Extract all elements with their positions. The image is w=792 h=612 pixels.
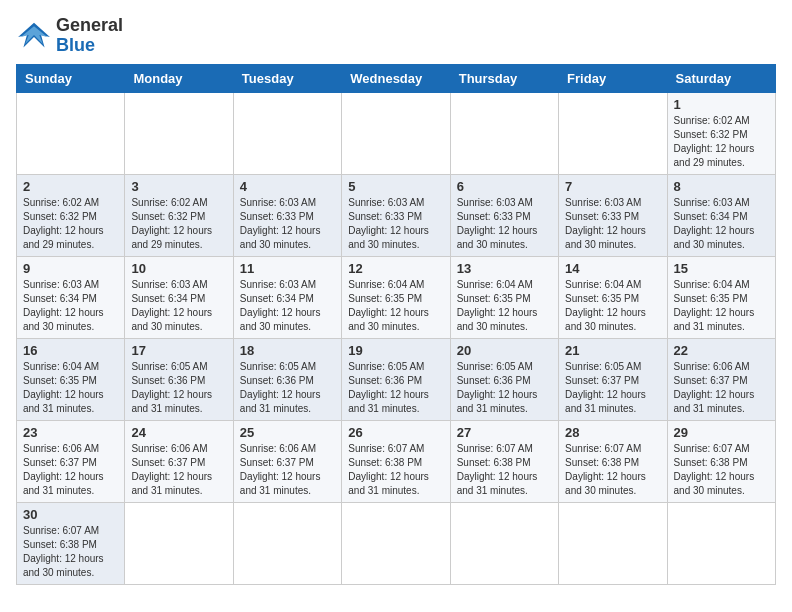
calendar-cell: 16Sunrise: 6:04 AMSunset: 6:35 PMDayligh…: [17, 338, 125, 420]
day-info: Sunrise: 6:03 AMSunset: 6:34 PMDaylight:…: [240, 278, 335, 334]
day-number: 29: [674, 425, 769, 440]
day-info: Sunrise: 6:02 AMSunset: 6:32 PMDaylight:…: [131, 196, 226, 252]
calendar-cell: 18Sunrise: 6:05 AMSunset: 6:36 PMDayligh…: [233, 338, 341, 420]
calendar-cell: 4Sunrise: 6:03 AMSunset: 6:33 PMDaylight…: [233, 174, 341, 256]
day-info: Sunrise: 6:04 AMSunset: 6:35 PMDaylight:…: [457, 278, 552, 334]
weekday-header-monday: Monday: [125, 64, 233, 92]
logo: General Blue: [16, 16, 123, 56]
day-number: 14: [565, 261, 660, 276]
day-info: Sunrise: 6:04 AMSunset: 6:35 PMDaylight:…: [23, 360, 118, 416]
day-number: 15: [674, 261, 769, 276]
day-info: Sunrise: 6:07 AMSunset: 6:38 PMDaylight:…: [457, 442, 552, 498]
day-info: Sunrise: 6:05 AMSunset: 6:36 PMDaylight:…: [131, 360, 226, 416]
weekday-header-tuesday: Tuesday: [233, 64, 341, 92]
day-number: 3: [131, 179, 226, 194]
calendar-cell: 30Sunrise: 6:07 AMSunset: 6:38 PMDayligh…: [17, 502, 125, 584]
day-info: Sunrise: 6:04 AMSunset: 6:35 PMDaylight:…: [565, 278, 660, 334]
day-number: 18: [240, 343, 335, 358]
day-number: 24: [131, 425, 226, 440]
day-number: 9: [23, 261, 118, 276]
day-number: 17: [131, 343, 226, 358]
day-number: 16: [23, 343, 118, 358]
day-info: Sunrise: 6:06 AMSunset: 6:37 PMDaylight:…: [131, 442, 226, 498]
calendar-cell: [342, 502, 450, 584]
calendar-header-row: SundayMondayTuesdayWednesdayThursdayFrid…: [17, 64, 776, 92]
calendar-week-row: 2Sunrise: 6:02 AMSunset: 6:32 PMDaylight…: [17, 174, 776, 256]
calendar-week-row: 30Sunrise: 6:07 AMSunset: 6:38 PMDayligh…: [17, 502, 776, 584]
day-info: Sunrise: 6:03 AMSunset: 6:33 PMDaylight:…: [565, 196, 660, 252]
day-number: 21: [565, 343, 660, 358]
day-info: Sunrise: 6:04 AMSunset: 6:35 PMDaylight:…: [348, 278, 443, 334]
day-info: Sunrise: 6:07 AMSunset: 6:38 PMDaylight:…: [23, 524, 118, 580]
day-info: Sunrise: 6:07 AMSunset: 6:38 PMDaylight:…: [565, 442, 660, 498]
day-number: 19: [348, 343, 443, 358]
calendar-cell: 25Sunrise: 6:06 AMSunset: 6:37 PMDayligh…: [233, 420, 341, 502]
calendar-table: SundayMondayTuesdayWednesdayThursdayFrid…: [16, 64, 776, 585]
calendar-cell: 20Sunrise: 6:05 AMSunset: 6:36 PMDayligh…: [450, 338, 558, 420]
calendar-cell: 29Sunrise: 6:07 AMSunset: 6:38 PMDayligh…: [667, 420, 775, 502]
day-number: 11: [240, 261, 335, 276]
calendar-cell: 28Sunrise: 6:07 AMSunset: 6:38 PMDayligh…: [559, 420, 667, 502]
day-number: 2: [23, 179, 118, 194]
calendar-cell: [233, 92, 341, 174]
calendar-cell: [450, 502, 558, 584]
day-number: 8: [674, 179, 769, 194]
weekday-header-friday: Friday: [559, 64, 667, 92]
day-number: 4: [240, 179, 335, 194]
day-number: 7: [565, 179, 660, 194]
calendar-cell: [559, 502, 667, 584]
day-info: Sunrise: 6:03 AMSunset: 6:34 PMDaylight:…: [674, 196, 769, 252]
day-number: 25: [240, 425, 335, 440]
day-info: Sunrise: 6:06 AMSunset: 6:37 PMDaylight:…: [23, 442, 118, 498]
calendar-cell: [559, 92, 667, 174]
calendar-cell: 10Sunrise: 6:03 AMSunset: 6:34 PMDayligh…: [125, 256, 233, 338]
calendar-week-row: 16Sunrise: 6:04 AMSunset: 6:35 PMDayligh…: [17, 338, 776, 420]
calendar-week-row: 23Sunrise: 6:06 AMSunset: 6:37 PMDayligh…: [17, 420, 776, 502]
day-number: 23: [23, 425, 118, 440]
day-number: 22: [674, 343, 769, 358]
calendar-cell: [342, 92, 450, 174]
calendar-cell: 12Sunrise: 6:04 AMSunset: 6:35 PMDayligh…: [342, 256, 450, 338]
calendar-cell: 7Sunrise: 6:03 AMSunset: 6:33 PMDaylight…: [559, 174, 667, 256]
day-info: Sunrise: 6:07 AMSunset: 6:38 PMDaylight:…: [674, 442, 769, 498]
weekday-header-thursday: Thursday: [450, 64, 558, 92]
day-number: 20: [457, 343, 552, 358]
calendar-cell: 3Sunrise: 6:02 AMSunset: 6:32 PMDaylight…: [125, 174, 233, 256]
day-info: Sunrise: 6:05 AMSunset: 6:36 PMDaylight:…: [457, 360, 552, 416]
calendar-cell: 27Sunrise: 6:07 AMSunset: 6:38 PMDayligh…: [450, 420, 558, 502]
calendar-week-row: 9Sunrise: 6:03 AMSunset: 6:34 PMDaylight…: [17, 256, 776, 338]
day-number: 10: [131, 261, 226, 276]
day-info: Sunrise: 6:06 AMSunset: 6:37 PMDaylight:…: [240, 442, 335, 498]
calendar-cell: 5Sunrise: 6:03 AMSunset: 6:33 PMDaylight…: [342, 174, 450, 256]
day-number: 27: [457, 425, 552, 440]
day-info: Sunrise: 6:03 AMSunset: 6:33 PMDaylight:…: [348, 196, 443, 252]
day-info: Sunrise: 6:03 AMSunset: 6:33 PMDaylight:…: [240, 196, 335, 252]
calendar-cell: 19Sunrise: 6:05 AMSunset: 6:36 PMDayligh…: [342, 338, 450, 420]
day-info: Sunrise: 6:03 AMSunset: 6:34 PMDaylight:…: [131, 278, 226, 334]
day-number: 5: [348, 179, 443, 194]
day-info: Sunrise: 6:05 AMSunset: 6:36 PMDaylight:…: [240, 360, 335, 416]
calendar-cell: [450, 92, 558, 174]
logo-text: General Blue: [56, 16, 123, 56]
day-number: 6: [457, 179, 552, 194]
calendar-cell: 17Sunrise: 6:05 AMSunset: 6:36 PMDayligh…: [125, 338, 233, 420]
day-number: 30: [23, 507, 118, 522]
calendar-cell: 15Sunrise: 6:04 AMSunset: 6:35 PMDayligh…: [667, 256, 775, 338]
weekday-header-saturday: Saturday: [667, 64, 775, 92]
calendar-cell: 1Sunrise: 6:02 AMSunset: 6:32 PMDaylight…: [667, 92, 775, 174]
calendar-cell: 6Sunrise: 6:03 AMSunset: 6:33 PMDaylight…: [450, 174, 558, 256]
calendar-cell: 26Sunrise: 6:07 AMSunset: 6:38 PMDayligh…: [342, 420, 450, 502]
day-info: Sunrise: 6:02 AMSunset: 6:32 PMDaylight:…: [23, 196, 118, 252]
calendar-cell: 24Sunrise: 6:06 AMSunset: 6:37 PMDayligh…: [125, 420, 233, 502]
calendar-cell: [233, 502, 341, 584]
calendar-cell: 22Sunrise: 6:06 AMSunset: 6:37 PMDayligh…: [667, 338, 775, 420]
day-info: Sunrise: 6:04 AMSunset: 6:35 PMDaylight:…: [674, 278, 769, 334]
calendar-cell: 21Sunrise: 6:05 AMSunset: 6:37 PMDayligh…: [559, 338, 667, 420]
calendar-cell: 2Sunrise: 6:02 AMSunset: 6:32 PMDaylight…: [17, 174, 125, 256]
day-info: Sunrise: 6:05 AMSunset: 6:36 PMDaylight:…: [348, 360, 443, 416]
weekday-header-wednesday: Wednesday: [342, 64, 450, 92]
weekday-header-sunday: Sunday: [17, 64, 125, 92]
day-info: Sunrise: 6:05 AMSunset: 6:37 PMDaylight:…: [565, 360, 660, 416]
day-info: Sunrise: 6:06 AMSunset: 6:37 PMDaylight:…: [674, 360, 769, 416]
calendar-cell: [125, 92, 233, 174]
